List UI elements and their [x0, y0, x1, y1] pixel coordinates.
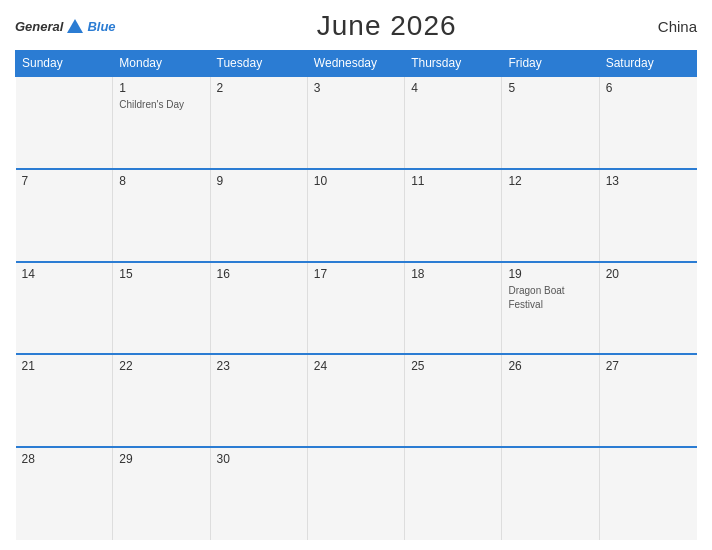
day-number: 27 [606, 359, 691, 373]
logo-general-text: General [15, 19, 63, 34]
calendar-cell: 12 [502, 169, 599, 262]
calendar-cell [502, 447, 599, 540]
column-header-saturday: Saturday [599, 51, 696, 77]
calendar-cell: 29 [113, 447, 210, 540]
calendar-cell: 13 [599, 169, 696, 262]
country-label: China [658, 18, 697, 35]
column-header-wednesday: Wednesday [307, 51, 404, 77]
calendar-cell: 10 [307, 169, 404, 262]
day-number: 2 [217, 81, 301, 95]
calendar-cell: 23 [210, 354, 307, 447]
week-row-4: 21222324252627 [16, 354, 697, 447]
calendar-cell: 20 [599, 262, 696, 355]
day-number: 14 [22, 267, 107, 281]
calendar-cell: 9 [210, 169, 307, 262]
calendar-cell: 28 [16, 447, 113, 540]
calendar-table: SundayMondayTuesdayWednesdayThursdayFrid… [15, 50, 697, 540]
day-number: 17 [314, 267, 398, 281]
calendar-cell: 11 [405, 169, 502, 262]
event-label: Children's Day [119, 99, 184, 110]
column-header-thursday: Thursday [405, 51, 502, 77]
calendar-cell: 5 [502, 76, 599, 169]
calendar-cell [405, 447, 502, 540]
day-number: 13 [606, 174, 691, 188]
calendar-cell: 22 [113, 354, 210, 447]
calendar-cell: 30 [210, 447, 307, 540]
calendar-cell: 18 [405, 262, 502, 355]
calendar-cell: 1Children's Day [113, 76, 210, 169]
calendar-cell: 17 [307, 262, 404, 355]
calendar-cell: 7 [16, 169, 113, 262]
day-number: 9 [217, 174, 301, 188]
day-number: 21 [22, 359, 107, 373]
day-number: 4 [411, 81, 495, 95]
calendar-cell: 24 [307, 354, 404, 447]
day-number: 24 [314, 359, 398, 373]
calendar-cell [307, 447, 404, 540]
calendar-cell: 4 [405, 76, 502, 169]
calendar-cell [16, 76, 113, 169]
calendar-cell: 27 [599, 354, 696, 447]
calendar-page: General Blue June 2026 China SundayMonda… [0, 0, 712, 550]
calendar-cell: 16 [210, 262, 307, 355]
day-number: 15 [119, 267, 203, 281]
day-number: 8 [119, 174, 203, 188]
day-number: 10 [314, 174, 398, 188]
day-number: 5 [508, 81, 592, 95]
calendar-cell: 15 [113, 262, 210, 355]
calendar-cell [599, 447, 696, 540]
day-number: 6 [606, 81, 691, 95]
calendar-cell: 25 [405, 354, 502, 447]
column-header-sunday: Sunday [16, 51, 113, 77]
day-number: 11 [411, 174, 495, 188]
calendar-cell: 19Dragon Boat Festival [502, 262, 599, 355]
day-number: 16 [217, 267, 301, 281]
calendar-cell: 26 [502, 354, 599, 447]
column-header-monday: Monday [113, 51, 210, 77]
calendar-cell: 2 [210, 76, 307, 169]
calendar-cell: 21 [16, 354, 113, 447]
day-number: 26 [508, 359, 592, 373]
day-number: 12 [508, 174, 592, 188]
week-row-3: 141516171819Dragon Boat Festival20 [16, 262, 697, 355]
calendar-title: June 2026 [317, 10, 457, 42]
week-row-5: 282930 [16, 447, 697, 540]
calendar-cell: 8 [113, 169, 210, 262]
week-row-2: 78910111213 [16, 169, 697, 262]
day-number: 30 [217, 452, 301, 466]
week-row-1: 1Children's Day23456 [16, 76, 697, 169]
day-number: 28 [22, 452, 107, 466]
header: General Blue June 2026 China [15, 10, 697, 42]
logo: General Blue [15, 19, 116, 34]
event-label: Dragon Boat Festival [508, 285, 564, 310]
day-number: 25 [411, 359, 495, 373]
logo-triangle-icon [67, 19, 83, 33]
logo-blue-text: Blue [87, 19, 115, 34]
day-number: 7 [22, 174, 107, 188]
day-number: 22 [119, 359, 203, 373]
day-number: 20 [606, 267, 691, 281]
day-number: 19 [508, 267, 592, 281]
column-header-tuesday: Tuesday [210, 51, 307, 77]
calendar-header-row: SundayMondayTuesdayWednesdayThursdayFrid… [16, 51, 697, 77]
calendar-cell: 3 [307, 76, 404, 169]
calendar-cell: 6 [599, 76, 696, 169]
day-number: 29 [119, 452, 203, 466]
day-number: 23 [217, 359, 301, 373]
day-number: 3 [314, 81, 398, 95]
day-number: 1 [119, 81, 203, 95]
column-header-friday: Friday [502, 51, 599, 77]
day-number: 18 [411, 267, 495, 281]
calendar-cell: 14 [16, 262, 113, 355]
